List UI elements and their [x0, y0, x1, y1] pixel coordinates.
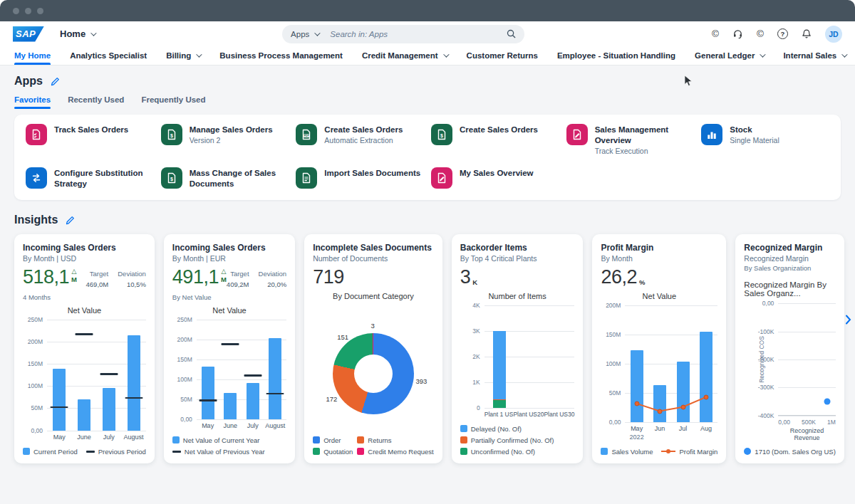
legend-square-icon [460, 448, 467, 455]
bar-slot [514, 305, 544, 408]
insight-card-incoming-sales-orders-0[interactable]: Incoming Sales OrdersBy Month | USD518,1… [14, 234, 155, 463]
nav-tab-customer-returns[interactable]: Customer Returns [467, 46, 538, 65]
app-tile-create-sales-orders[interactable]: $Create Sales Orders [431, 124, 559, 155]
chevron-down-icon [841, 51, 847, 57]
line-point [634, 401, 639, 406]
previous-period-marker [76, 333, 93, 335]
app-tile-sublabel: Version 2 [190, 136, 273, 145]
app-tile-text: Mass Change of Sales Documents [190, 167, 289, 189]
legend-item: Credit Memo Request [357, 448, 433, 456]
x-axis-line [778, 415, 836, 416]
doc-lines-icon [296, 167, 317, 189]
sap-logo[interactable]: SAP [13, 26, 44, 42]
x-label: Plant US20 [513, 411, 544, 419]
x-axis-labels: May2022JunJulAug [625, 425, 717, 441]
insight-card-recognized-margin-5[interactable]: Recognized MarginRecognized MarginBy Sal… [735, 234, 844, 463]
app-tile-label: Configure Substitution Strategy [54, 167, 154, 189]
app-tile-manage-sales-orders[interactable]: $Manage Sales OrdersVersion 2 [161, 124, 289, 155]
home-menu-button[interactable]: Home [60, 28, 95, 39]
insight-card-incomplete-sales-documents-2[interactable]: Incomplete Sales DocumentsNumber of Docu… [304, 234, 442, 463]
side-metric-label: Deviation [259, 270, 287, 278]
window-dot[interactable] [13, 8, 19, 14]
chart-title: Number of Items [460, 292, 575, 300]
search-input[interactable]: Apps Search in: Apps [282, 25, 524, 43]
kpi-side-metrics: Target469,0MDeviation10,5% [86, 268, 146, 288]
insight-card-profit-margin-4[interactable]: Profit MarginBy Month26,2%Net Value200M1… [592, 234, 726, 463]
x-axis-ticks: 0,00500K1M [778, 419, 836, 426]
window-dot[interactable] [37, 8, 43, 14]
bar-slot [242, 320, 264, 419]
app-tile-mass-change-of-sales-documents[interactable]: $Mass Change of Sales Documents [161, 167, 289, 189]
kpi-value: 3 [460, 268, 471, 287]
kpi-unit-block: △M [71, 268, 77, 283]
bell-icon[interactable] [802, 28, 812, 39]
legend-item: Quotation [313, 448, 353, 456]
apps-tab-frequently-used[interactable]: Frequently Used [141, 95, 205, 109]
assistant-icon[interactable]: © [712, 28, 719, 39]
chart-bar [103, 388, 115, 430]
card-subtitle: Recognized Margin [744, 254, 836, 263]
nav-tab-employee-situation-handling[interactable]: Employee - Situation Handling [557, 46, 675, 65]
app-tile-import-sales-documents[interactable]: Import Sales Documents [296, 167, 424, 189]
stack-segment-unconfirmed-no-of [493, 400, 506, 408]
window-dot[interactable] [25, 8, 31, 14]
insight-card-backorder-items-3[interactable]: Backorder ItemsBy Top 4 Critical Plants3… [452, 234, 584, 463]
app-tile-my-sales-overview[interactable]: My Sales Overview [431, 167, 559, 189]
chart-legend: Delayed (No. Of)Partially Confirmed (No.… [460, 425, 575, 456]
legend-label: Delayed (No. Of) [471, 425, 522, 433]
gridline [197, 419, 286, 420]
app-tile-configure-substitution-strategy[interactable]: Configure Substitution Strategy [26, 167, 154, 189]
donut-hole [354, 355, 393, 393]
nav-tab-billing[interactable]: Billing [166, 46, 200, 65]
copilot-icon[interactable]: © [757, 28, 764, 39]
user-avatar[interactable]: JD [825, 26, 842, 43]
edit-apps-button[interactable] [51, 76, 61, 86]
kpi-row: 26,2% [601, 268, 717, 287]
app-tile-stock[interactable]: StockSingle Material [701, 124, 829, 155]
plot-area [625, 305, 717, 422]
bar-slots [484, 305, 575, 408]
scatter-point [824, 399, 830, 405]
app-tile-text: My Sales Overview [460, 167, 534, 179]
search-scope-select[interactable]: Apps [291, 30, 318, 38]
kpi-unit: K [472, 278, 477, 286]
chart-bar [53, 369, 66, 431]
headset-icon[interactable] [732, 28, 743, 39]
nav-tab-general-ledger[interactable]: General Ledger [695, 46, 764, 65]
nav-tab-analytics-specialist[interactable]: Analytics Specialist [70, 46, 147, 65]
nav-tab-credit-management[interactable]: Credit Management [362, 46, 447, 65]
legend-label: Credit Memo Request [368, 448, 433, 456]
legend-square-icon [313, 436, 320, 443]
legend-item: Current Period [23, 448, 78, 456]
app-tile-track-sales-orders[interactable]: Track Sales Orders [26, 124, 154, 155]
edit-insights-button[interactable] [66, 215, 76, 225]
app-tile-create-sales-orders[interactable]: PDFCreate Sales OrdersAutomatic Extracti… [296, 124, 424, 155]
y-axis: 4K3K2K1K0 [460, 305, 484, 408]
side-metric-label: Target [227, 270, 249, 278]
apps-tab-favorites[interactable]: Favorites [14, 95, 51, 109]
card-subtitle: By Month | EUR [172, 254, 286, 263]
x-label: August [121, 434, 146, 441]
legend-square-icon [313, 448, 320, 455]
insight-card-incoming-sales-orders-1[interactable]: Incoming Sales OrdersBy Month | EUR491,1… [164, 234, 295, 463]
nav-tab-internal-sales[interactable]: Internal Sales [783, 46, 846, 65]
apps-tab-recently-used[interactable]: Recently Used [68, 95, 124, 109]
nav-tab-my-home[interactable]: My Home [14, 46, 51, 65]
x-label: July [242, 422, 264, 430]
apps-section-header: Apps [14, 75, 841, 88]
help-icon[interactable]: ? [777, 28, 788, 39]
gridline [484, 408, 575, 409]
app-tile-sales-management-overview[interactable]: Sales Management OverviewTrack Execution [566, 124, 695, 155]
search-placeholder: Search in: Apps [330, 30, 388, 38]
card-title: Backorder Items [460, 243, 575, 253]
doc-edit-icon [566, 124, 588, 145]
card-note: 4 Months [23, 293, 146, 301]
carousel-next-button[interactable] [845, 315, 851, 325]
kpi-unit-block: △M [221, 268, 227, 283]
kpi-unit-block: % [639, 268, 645, 286]
nav-tab-business-process-management[interactable]: Business Process Management [219, 46, 343, 65]
legend-square-icon [172, 436, 180, 443]
legend-item: Previous Period [86, 448, 146, 456]
nav-tab-label: Billing [166, 51, 191, 60]
x-label: July [96, 434, 121, 441]
